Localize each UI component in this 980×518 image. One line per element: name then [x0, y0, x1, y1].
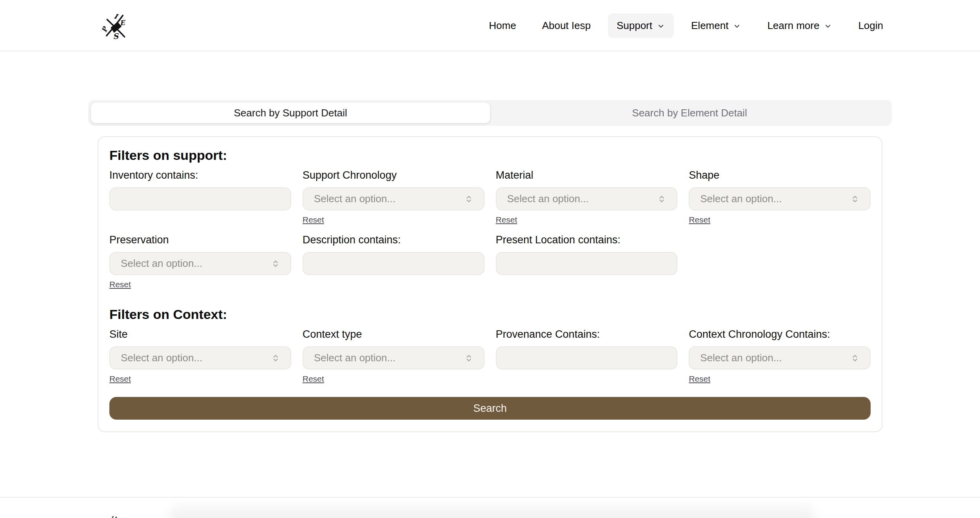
search-button[interactable]: Search	[109, 397, 871, 420]
nav-learn-more[interactable]: Learn more	[759, 13, 841, 38]
support-fields-grid: Inventory contains: Support Chronology S…	[109, 168, 871, 289]
inventory-contains-input[interactable]	[109, 187, 291, 210]
filter-shape: Shape Select an option... Reset	[689, 168, 871, 225]
shape-reset-link[interactable]: Reset	[689, 215, 710, 225]
svg-text:I: I	[110, 515, 114, 518]
nav-element[interactable]: Element	[682, 13, 750, 38]
provenance-contains-input[interactable]	[496, 346, 678, 369]
filters-card: Filters on support: Inventory contains: …	[98, 136, 882, 432]
nav-learn-more-label: Learn more	[767, 20, 819, 32]
nav-element-label: Element	[691, 20, 728, 32]
nav-about-label: About Iesp	[542, 20, 591, 32]
description-contains-input[interactable]	[303, 252, 485, 275]
field-label: Provenance Contains:	[496, 328, 678, 341]
field-label: Context Chronology Contains:	[689, 328, 871, 341]
unfold-chevrons-icon	[849, 194, 860, 205]
field-label: Support Chronology	[303, 168, 485, 182]
unfold-chevrons-icon	[463, 353, 474, 364]
nav-home-label: Home	[489, 20, 516, 32]
main-content: Search by Support Detail Search by Eleme…	[0, 100, 980, 432]
select-placeholder: Select an option...	[700, 193, 782, 205]
site-select[interactable]: Select an option...	[109, 346, 291, 369]
field-label: Site	[109, 328, 291, 341]
support-chronology-reset-link[interactable]: Reset	[303, 215, 324, 225]
context-fields-grid: Site Select an option... Reset Context t…	[109, 328, 871, 384]
unfold-chevrons-icon	[270, 353, 281, 364]
unfold-chevrons-icon	[463, 194, 474, 205]
footer-shadow-blob	[169, 505, 815, 518]
filter-description-contains: Description contains:	[303, 233, 485, 275]
filter-context-type: Context type Select an option... Reset	[303, 328, 485, 384]
shape-select[interactable]: Select an option...	[689, 187, 871, 210]
context-type-select[interactable]: Select an option...	[303, 346, 485, 369]
iesp-logo[interactable]: I E S P	[101, 11, 130, 41]
svg-text:I: I	[113, 12, 120, 21]
select-placeholder: Select an option...	[121, 257, 202, 270]
field-label: Shape	[689, 168, 871, 182]
unfold-chevrons-icon	[849, 353, 860, 364]
unfold-chevrons-icon	[270, 258, 281, 269]
chevron-down-icon	[733, 22, 741, 31]
field-label: Present Location contains:	[496, 233, 678, 246]
filter-preservation: Preservation Select an option... Reset	[109, 233, 291, 289]
chevron-down-icon	[657, 22, 665, 31]
field-label: Context type	[303, 328, 485, 341]
material-reset-link[interactable]: Reset	[496, 215, 517, 225]
select-placeholder: Select an option...	[121, 352, 202, 364]
context-type-reset-link[interactable]: Reset	[303, 374, 324, 384]
svg-text:E: E	[120, 18, 127, 27]
material-select[interactable]: Select an option...	[496, 187, 678, 210]
nav-home[interactable]: Home	[480, 13, 524, 38]
context-filters-heading: Filters on Context:	[109, 306, 871, 322]
nav-login[interactable]: Login	[849, 13, 892, 38]
filter-provenance-contains: Provenance Contains:	[496, 328, 678, 369]
filter-inventory-contains: Inventory contains:	[109, 168, 291, 210]
filter-present-location-contains: Present Location contains:	[496, 233, 678, 275]
main-nav: Home About Iesp Support Element Learn mo…	[480, 13, 892, 38]
filter-material: Material Select an option... Reset	[496, 168, 678, 225]
field-label: Preservation	[109, 233, 291, 246]
unfold-chevrons-icon	[656, 194, 667, 205]
select-placeholder: Select an option...	[314, 352, 396, 364]
site-reset-link[interactable]: Reset	[109, 374, 131, 384]
search-mode-tabs: Search by Support Detail Search by Eleme…	[88, 100, 892, 126]
page-footer: I E S P	[0, 497, 980, 518]
preservation-select[interactable]: Select an option...	[109, 252, 291, 275]
filter-site: Site Select an option... Reset	[109, 328, 291, 384]
nav-support[interactable]: Support	[608, 13, 674, 38]
svg-text:S: S	[113, 31, 120, 41]
nav-login-label: Login	[858, 20, 883, 32]
context-chronology-reset-link[interactable]: Reset	[689, 374, 710, 384]
filter-support-chronology: Support Chronology Select an option... R…	[303, 168, 485, 225]
nav-about-iesp[interactable]: About Iesp	[534, 13, 599, 38]
preservation-reset-link[interactable]: Reset	[109, 280, 131, 289]
field-label: Material	[496, 168, 678, 182]
select-placeholder: Select an option...	[700, 352, 782, 364]
chevron-down-icon	[824, 22, 832, 31]
field-label: Description contains:	[303, 233, 485, 246]
select-placeholder: Select an option...	[314, 193, 396, 205]
footer-iesp-logo: I E S P	[103, 514, 121, 518]
tab-search-by-element-detail[interactable]: Search by Element Detail	[490, 103, 889, 123]
support-chronology-select[interactable]: Select an option...	[303, 187, 485, 210]
site-header: I E S P Home About Iesp Support Element	[0, 0, 980, 51]
tab-search-by-support-detail[interactable]: Search by Support Detail	[91, 103, 490, 123]
present-location-contains-input[interactable]	[496, 252, 678, 275]
field-label: Inventory contains:	[109, 168, 291, 182]
filter-context-chronology-contains: Context Chronology Contains: Select an o…	[689, 328, 871, 384]
svg-text:P: P	[101, 25, 109, 33]
select-placeholder: Select an option...	[507, 193, 589, 205]
context-chronology-select[interactable]: Select an option...	[689, 346, 871, 369]
support-filters-heading: Filters on support:	[109, 147, 871, 163]
nav-support-label: Support	[617, 20, 652, 32]
